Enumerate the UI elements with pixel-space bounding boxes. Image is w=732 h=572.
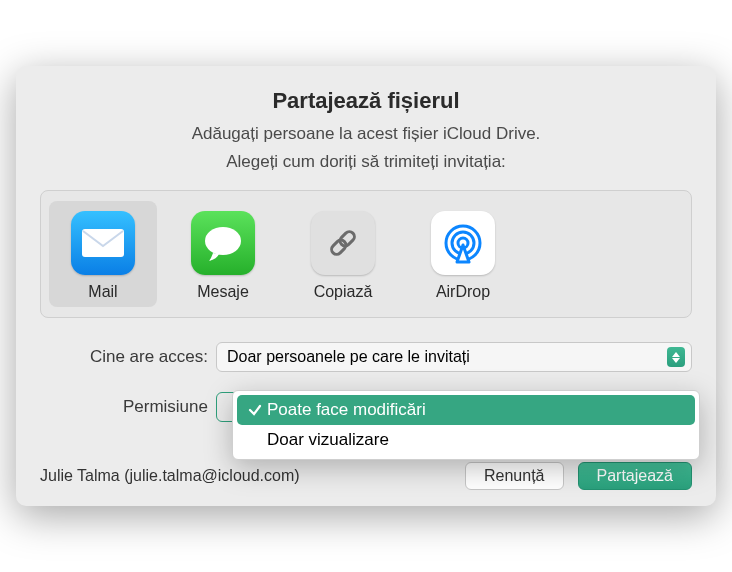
access-value: Doar persoanele pe care le invitați bbox=[227, 348, 667, 366]
permission-menu: Poate face modificări Doar vizualizare bbox=[232, 390, 700, 460]
messages-icon bbox=[191, 211, 255, 275]
link-icon bbox=[311, 211, 375, 275]
share-method-mail[interactable]: Mail bbox=[49, 201, 157, 307]
share-button[interactable]: Partajează bbox=[578, 462, 693, 490]
share-sheet: Partajează fișierul Adăugați persoane la… bbox=[16, 66, 716, 506]
footer: Julie Talma (julie.talma@icloud.com) Ren… bbox=[40, 462, 692, 490]
share-method-label: Mail bbox=[88, 283, 117, 301]
cancel-button[interactable]: Renunță bbox=[465, 462, 564, 490]
mail-icon bbox=[71, 211, 135, 275]
menu-item-label: Poate face modificări bbox=[265, 400, 426, 420]
owner-info: Julie Talma (julie.talma@icloud.com) bbox=[40, 467, 451, 485]
permission-label: Permisiune bbox=[40, 397, 216, 417]
permission-option-view-only[interactable]: Doar vizualizare bbox=[237, 425, 695, 455]
svg-rect-3 bbox=[338, 230, 356, 248]
share-method-copy-link[interactable]: Copiază bbox=[289, 201, 397, 307]
svg-point-1 bbox=[205, 227, 241, 255]
checkmark-icon bbox=[245, 403, 265, 417]
airdrop-icon bbox=[431, 211, 495, 275]
share-method-messages[interactable]: Mesaje bbox=[169, 201, 277, 307]
page-prompt: Alegeți cum doriți să trimiteți invitați… bbox=[40, 152, 692, 172]
menu-item-label: Doar vizualizare bbox=[265, 430, 389, 450]
share-method-label: AirDrop bbox=[436, 283, 490, 301]
share-method-label: Mesaje bbox=[197, 283, 249, 301]
popup-arrows-icon bbox=[667, 347, 685, 367]
svg-rect-0 bbox=[82, 229, 124, 257]
access-popup[interactable]: Doar persoanele pe care le invitați bbox=[216, 342, 692, 372]
page-title: Partajează fișierul bbox=[40, 88, 692, 114]
share-method-label: Copiază bbox=[314, 283, 373, 301]
share-method-picker: Mail Mesaje Copiază bbox=[40, 190, 692, 318]
share-method-airdrop[interactable]: AirDrop bbox=[409, 201, 517, 307]
permission-option-can-edit[interactable]: Poate face modificări bbox=[237, 395, 695, 425]
access-label: Cine are acces: bbox=[40, 347, 216, 367]
page-subtitle: Adăugați persoane la acest fișier iCloud… bbox=[40, 124, 692, 144]
